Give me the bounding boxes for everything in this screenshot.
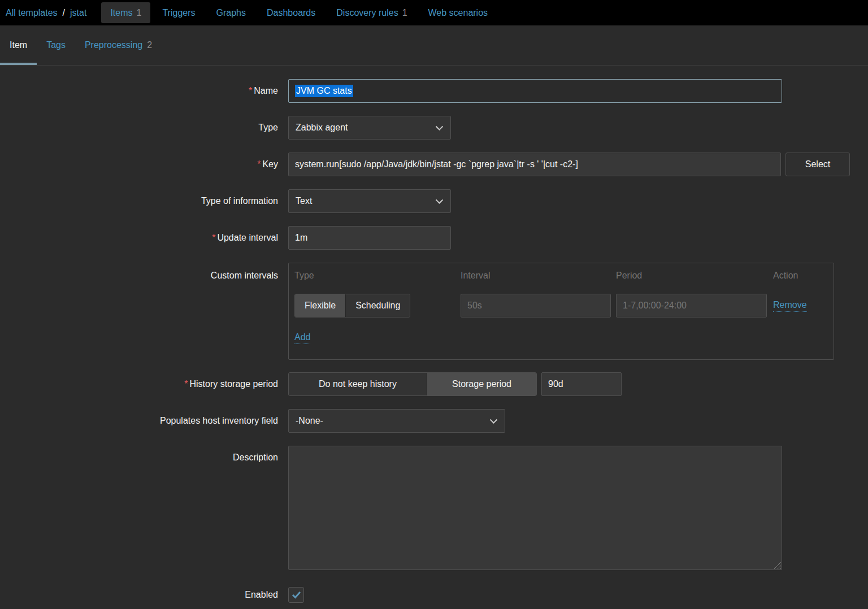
add-link[interactable]: Add (294, 332, 310, 344)
do-not-keep-history-button[interactable]: Do not keep history (289, 373, 427, 395)
tab-item[interactable]: Item (0, 25, 37, 65)
type-select-value: Zabbix agent (296, 123, 348, 133)
chevron-down-icon (435, 199, 444, 204)
chevron-down-icon (489, 419, 498, 424)
nav-item-dashboards[interactable]: Dashboards (258, 2, 324, 23)
custom-intervals-label: Custom intervals (0, 263, 288, 281)
nav-item-web-scenarios[interactable]: Web scenarios (419, 2, 497, 23)
required-asterisk: * (184, 379, 188, 389)
description-label: Description (0, 446, 288, 463)
enabled-row: Enabled (0, 587, 868, 603)
breadcrumb-jstat-link[interactable]: jstat (70, 8, 86, 18)
description-row: Description (0, 446, 868, 570)
key-input[interactable] (288, 153, 781, 176)
nav-item-items-label: Items (110, 8, 132, 18)
custom-intervals-period-header: Period (616, 271, 773, 294)
custom-intervals-interval-header: Interval (461, 271, 616, 294)
tab-tags-label: Tags (46, 40, 66, 50)
history-storage-period-row: *History storage period Do not keep hist… (0, 372, 868, 396)
nav-item-discovery-rules-count: 1 (402, 8, 407, 18)
chevron-down-icon (435, 125, 444, 130)
template-section-menu: Items 1 Triggers Graphs Dashboards Disco… (101, 0, 500, 25)
enabled-checkbox[interactable] (288, 587, 304, 603)
storage-period-button[interactable]: Storage period (427, 373, 536, 395)
custom-intervals-action-header: Action (773, 271, 827, 294)
tab-tags[interactable]: Tags (37, 25, 75, 65)
flexible-button[interactable]: Flexible (295, 294, 345, 317)
key-row: *Key Select (0, 153, 868, 176)
tab-item-label: Item (10, 40, 27, 50)
history-storage-period-label: *History storage period (0, 372, 288, 396)
nav-item-triggers[interactable]: Triggers (153, 2, 204, 23)
select-button[interactable]: Select (785, 153, 850, 176)
populates-host-inventory-label: Populates host inventory field (0, 409, 288, 433)
nav-item-discovery-rules[interactable]: Discovery rules 1 (327, 2, 416, 23)
item-tab-bar: Item Tags Preprocessing 2 (0, 25, 868, 66)
required-asterisk: * (249, 86, 252, 95)
nav-item-web-scenarios-label: Web scenarios (428, 8, 488, 18)
action-cell: Remove (773, 299, 827, 312)
name-selected-text: JVM GC stats (295, 85, 353, 97)
breadcrumb-separator: / (63, 8, 65, 18)
breadcrumb: All templates / jstat (6, 8, 86, 18)
key-label: *Key (0, 153, 288, 176)
nav-item-discovery-rules-label: Discovery rules (336, 8, 398, 18)
history-storage-input[interactable] (541, 372, 622, 396)
name-label: *Name (0, 79, 288, 103)
period-input[interactable] (616, 294, 767, 317)
name-row: *Name JVM GC stats (0, 79, 868, 103)
nav-item-graphs[interactable]: Graphs (207, 2, 255, 23)
populates-host-inventory-select-value: -None- (296, 416, 323, 426)
custom-intervals-row: Custom intervals Type Interval Period Ac… (0, 263, 868, 360)
type-of-information-label: Type of information (0, 189, 288, 213)
populates-host-inventory-select[interactable]: -None- (288, 409, 505, 433)
interval-input[interactable] (461, 294, 611, 317)
interval-type-segmented-control: Flexible Scheduling (294, 294, 410, 317)
type-label: Type (0, 116, 288, 140)
required-asterisk: * (257, 159, 261, 169)
type-of-information-select-value: Text (296, 196, 312, 206)
required-asterisk: * (212, 233, 215, 242)
custom-intervals-box: Type Interval Period Action Flexible Sch… (288, 263, 834, 360)
description-textarea[interactable] (288, 446, 782, 570)
item-form: *Name JVM GC stats Type Zabbix agent *Ke… (0, 66, 868, 603)
nav-item-items-count: 1 (137, 8, 142, 18)
custom-intervals-type-header: Type (294, 271, 461, 294)
scheduling-button[interactable]: Scheduling (345, 294, 410, 317)
type-select[interactable]: Zabbix agent (288, 116, 451, 140)
update-interval-label: *Update interval (0, 226, 288, 250)
name-input[interactable]: JVM GC stats (288, 79, 782, 103)
remove-link[interactable]: Remove (773, 299, 807, 312)
enabled-label: Enabled (0, 587, 288, 603)
nav-item-dashboards-label: Dashboards (267, 8, 315, 18)
top-navigation: All templates / jstat Items 1 Triggers G… (0, 0, 868, 25)
nav-item-items[interactable]: Items 1 (101, 2, 150, 23)
history-storage-segmented-control: Do not keep history Storage period (288, 372, 537, 396)
breadcrumb-all-templates-link[interactable]: All templates (6, 8, 58, 18)
nav-item-triggers-label: Triggers (162, 8, 195, 18)
tab-preprocessing-label: Preprocessing (85, 40, 142, 50)
type-row: Type Zabbix agent (0, 116, 868, 140)
interval-cell (461, 294, 616, 317)
update-interval-row: *Update interval (0, 226, 868, 250)
tab-preprocessing-count: 2 (147, 40, 152, 50)
tab-preprocessing[interactable]: Preprocessing 2 (75, 25, 162, 65)
interval-type-cell: Flexible Scheduling (294, 294, 461, 317)
update-interval-input[interactable] (288, 226, 451, 250)
period-cell (616, 294, 773, 317)
check-icon (292, 591, 301, 599)
type-of-information-select[interactable]: Text (288, 189, 451, 213)
type-of-information-row: Type of information Text (0, 189, 868, 213)
nav-item-graphs-label: Graphs (216, 8, 246, 18)
populates-host-inventory-row: Populates host inventory field -None- (0, 409, 868, 433)
